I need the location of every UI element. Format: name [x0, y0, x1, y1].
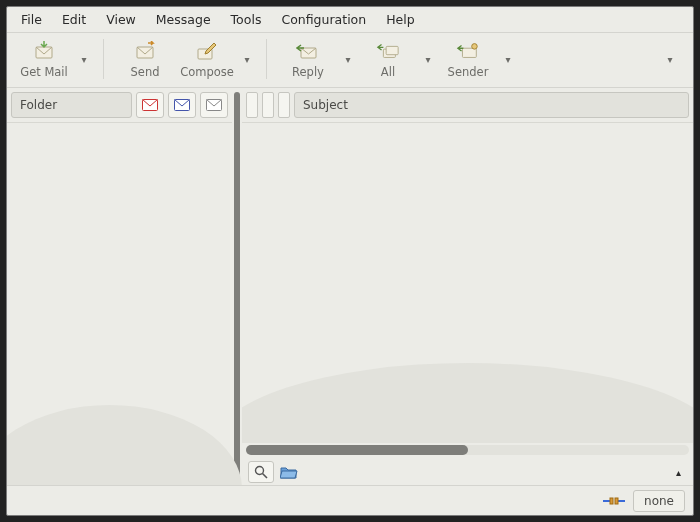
- svg-rect-6: [462, 48, 476, 57]
- column-toggle-1[interactable]: [246, 92, 258, 118]
- message-pane: Subject: [242, 88, 693, 485]
- triangle-up-icon: ▴: [676, 467, 681, 478]
- menu-tools[interactable]: Tools: [221, 9, 272, 30]
- app-window: File Edit View Message Tools Configurati…: [6, 6, 694, 516]
- svg-point-11: [256, 467, 264, 475]
- reply-all-icon: [376, 39, 400, 63]
- background-decoration: [242, 363, 693, 443]
- folder-open-icon: [280, 464, 298, 480]
- send-icon: [133, 39, 157, 63]
- svg-rect-15: [610, 498, 613, 504]
- mail-filter-red-button[interactable]: [136, 92, 164, 118]
- column-toggle-3[interactable]: [278, 92, 290, 118]
- menu-help[interactable]: Help: [376, 9, 425, 30]
- reply-all-button[interactable]: All: [357, 37, 419, 81]
- compose-button[interactable]: Compose: [176, 37, 238, 81]
- connection-icon: [603, 495, 625, 507]
- menu-file[interactable]: File: [11, 9, 52, 30]
- get-mail-label: Get Mail: [20, 65, 68, 79]
- reply-label: Reply: [292, 65, 324, 79]
- reply-all-label: All: [381, 65, 395, 79]
- reply-sender-dropdown[interactable]: ▾: [499, 37, 517, 81]
- chevron-down-icon: ▾: [667, 54, 672, 65]
- folder-pane-header: Folder: [7, 88, 232, 122]
- compose-label: Compose: [180, 65, 234, 79]
- horizontal-scrollbar-thumb[interactable]: [246, 445, 468, 455]
- svg-line-12: [263, 474, 268, 479]
- chevron-down-icon: ▾: [345, 54, 350, 65]
- chevron-down-icon: ▾: [244, 54, 249, 65]
- background-decoration: [7, 405, 242, 485]
- envelope-gray-icon: [206, 99, 222, 111]
- send-button[interactable]: Send: [114, 37, 176, 81]
- menu-configuration[interactable]: Configuration: [271, 9, 376, 30]
- reply-icon: [296, 39, 320, 63]
- search-icon: [252, 464, 270, 480]
- reply-button[interactable]: Reply: [277, 37, 339, 81]
- reply-sender-button[interactable]: Sender: [437, 37, 499, 81]
- get-mail-button[interactable]: Get Mail: [13, 37, 75, 81]
- envelope-red-icon: [142, 99, 158, 111]
- get-mail-dropdown[interactable]: ▾: [75, 37, 93, 81]
- envelope-blue-icon: [174, 99, 190, 111]
- reply-sender-icon: [456, 39, 480, 63]
- reply-dropdown[interactable]: ▾: [339, 37, 357, 81]
- collapse-preview-button[interactable]: ▴: [670, 465, 687, 480]
- statusbar: none: [7, 485, 693, 515]
- reply-all-dropdown[interactable]: ▾: [419, 37, 437, 81]
- reply-sender-label: Sender: [448, 65, 489, 79]
- svg-rect-16: [615, 498, 618, 504]
- svg-rect-5: [386, 46, 398, 54]
- vertical-splitter[interactable]: [234, 92, 240, 481]
- subject-column-header[interactable]: Subject: [294, 92, 689, 118]
- send-label: Send: [131, 65, 160, 79]
- get-mail-icon: [32, 39, 56, 63]
- toolbar-overflow-dropdown[interactable]: ▾: [659, 37, 681, 81]
- message-list-area: ▴: [242, 122, 693, 485]
- compose-icon: [195, 39, 219, 63]
- message-pane-header: Subject: [242, 88, 693, 122]
- menu-message[interactable]: Message: [146, 9, 221, 30]
- chevron-down-icon: ▾: [425, 54, 430, 65]
- folder-column-header[interactable]: Folder: [11, 92, 132, 118]
- menu-edit[interactable]: Edit: [52, 9, 96, 30]
- search-button[interactable]: [248, 461, 274, 483]
- connection-status[interactable]: none: [633, 490, 685, 512]
- horizontal-scrollbar[interactable]: [246, 445, 689, 455]
- svg-point-7: [472, 44, 478, 50]
- column-toggle-2[interactable]: [262, 92, 274, 118]
- main-panes: Folder: [7, 88, 693, 485]
- toolbar: Get Mail ▾ Send: [7, 33, 693, 88]
- chevron-down-icon: ▾: [505, 54, 510, 65]
- toolbar-separator: [103, 39, 104, 79]
- toolbar-separator: [266, 39, 267, 79]
- mail-filter-gray-button[interactable]: [200, 92, 228, 118]
- chevron-down-icon: ▾: [81, 54, 86, 65]
- mail-filter-blue-button[interactable]: [168, 92, 196, 118]
- folder-tree[interactable]: [7, 122, 232, 485]
- menubar: File Edit View Message Tools Configurati…: [7, 7, 693, 33]
- message-list[interactable]: [242, 123, 693, 443]
- preview-toolbar: ▴: [242, 459, 693, 485]
- compose-dropdown[interactable]: ▾: [238, 37, 256, 81]
- menu-view[interactable]: View: [96, 9, 146, 30]
- folder-pane: Folder: [7, 88, 232, 485]
